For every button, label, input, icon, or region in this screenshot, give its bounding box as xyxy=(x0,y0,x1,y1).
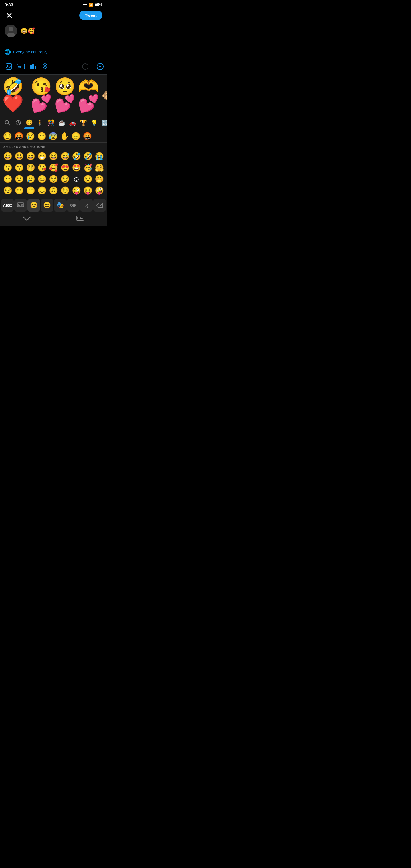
recent-emoji-5[interactable]: 😰 xyxy=(48,131,58,141)
cat-nature[interactable]: 💡 xyxy=(89,118,99,128)
emoji-sweat-smile[interactable]: 😅 xyxy=(60,151,70,162)
close-button[interactable] xyxy=(5,11,14,20)
emoji-no-mouth[interactable]: 😶 xyxy=(2,174,13,184)
emoji-heart-eyes[interactable]: 🥰 xyxy=(48,162,59,173)
emoji-kissing[interactable]: 😗 xyxy=(2,162,13,173)
recent-emoji-1[interactable]: 😏 xyxy=(2,131,12,141)
gif-keyboard-button[interactable]: GIF xyxy=(67,199,80,212)
image-button[interactable] xyxy=(3,61,14,72)
emoji-zany[interactable]: 🤪 xyxy=(94,185,105,196)
cat-trophy[interactable]: 🏆 xyxy=(78,118,89,128)
emoji-suggestion-4[interactable]: 🫶💕 xyxy=(78,78,99,112)
compose-text[interactable]: 😆🥰 xyxy=(21,25,102,36)
emoji-button[interactable]: 😊 xyxy=(27,199,40,212)
emoji-star-struck[interactable]: 😍 xyxy=(60,162,70,173)
cat-people[interactable]: 🚶 xyxy=(35,118,45,128)
cat-symbols[interactable]: 🔣 xyxy=(100,118,107,128)
cat-search[interactable] xyxy=(2,118,12,128)
wifi-icon: ▾▾ xyxy=(83,3,87,7)
reply-setting[interactable]: 🌐 Everyone can reply xyxy=(0,45,107,59)
poll-button[interactable] xyxy=(27,61,38,72)
abc-button[interactable]: ABC xyxy=(1,199,14,212)
recent-emoji-4[interactable]: 😶 xyxy=(36,131,47,141)
memoji-button[interactable]: 🎭 xyxy=(54,199,66,212)
emoji-rofl[interactable]: 🤣 xyxy=(71,151,82,162)
toolbar: GIF + xyxy=(0,59,107,74)
cat-smileys[interactable]: 😊 xyxy=(24,118,34,128)
character-counter xyxy=(82,63,89,70)
emoji-suggestion-5[interactable]: 🐵 xyxy=(102,89,107,102)
emoji-joy[interactable]: 🤣 xyxy=(83,151,93,162)
reply-setting-text: Everyone can reply xyxy=(13,50,48,54)
svg-line-14 xyxy=(8,124,10,125)
emoji-tear[interactable]: 🥲 xyxy=(25,174,36,184)
time: 3:33 xyxy=(5,2,13,7)
emoji-unamused[interactable]: 😒 xyxy=(83,174,93,184)
compose-area: 😆🥰 xyxy=(0,22,107,45)
emoji-keyboard: 😊 🚶 🎊 ☕ 🚗 🏆 💡 🔣 🚩 😏 🤬 😢 😶 😰 ✋ 😞 🤬 SMILEY… xyxy=(0,116,107,197)
recent-emoji-2[interactable]: 🤬 xyxy=(14,131,24,141)
emoji-kissing-closed-eyes[interactable]: 😚 xyxy=(25,162,36,173)
location-button[interactable] xyxy=(39,61,50,72)
emoji-shushing[interactable]: 🤭 xyxy=(94,174,105,184)
emoji-expressionless[interactable]: 😑 xyxy=(25,185,36,196)
nav-chevron-down[interactable] xyxy=(23,216,31,222)
delete-button[interactable] xyxy=(93,199,106,212)
cat-travel[interactable]: 🚗 xyxy=(67,118,77,128)
svg-text:GIF: GIF xyxy=(18,65,23,68)
emoji-partying[interactable]: 🥳 xyxy=(83,162,93,173)
emoji-blush[interactable]: 😊 xyxy=(36,174,48,184)
emoji-smiley[interactable]: 😃 xyxy=(14,151,25,162)
emoji-stuck-out-tongue[interactable]: 😝 xyxy=(83,185,93,196)
emoji-relieved[interactable]: 😌 xyxy=(48,174,59,184)
emoji-kissing-smiling[interactable]: 😙 xyxy=(14,162,25,173)
sticker-search-button[interactable] xyxy=(14,199,27,212)
emoji-upside-down[interactable]: 🙃 xyxy=(48,185,59,196)
add-tweet-button[interactable]: + xyxy=(97,63,104,70)
emoji-grin[interactable]: 😁 xyxy=(36,151,48,162)
avatar xyxy=(5,25,17,37)
emoji-neutral[interactable]: 😐 xyxy=(14,185,25,196)
emoji-kissing-heart[interactable]: 😘 xyxy=(36,162,48,173)
svg-point-13 xyxy=(5,121,8,124)
header: Tweet xyxy=(0,8,107,22)
emoji-stuck-out-tongue-wink[interactable]: 😜 xyxy=(71,185,82,196)
sticker-button[interactable]: 😄 xyxy=(40,199,53,212)
emoji-hugging[interactable]: 🤗 xyxy=(94,162,105,173)
battery: 95% xyxy=(95,3,102,7)
emoji-suggestion-1[interactable]: 🤣❤️ xyxy=(2,78,24,112)
emoji-cry[interactable]: 😭 xyxy=(94,151,105,162)
svg-point-17 xyxy=(18,204,20,206)
emoji-smile[interactable]: 😄 xyxy=(25,151,36,162)
emoji-relaxed[interactable]: ☺️ xyxy=(71,174,82,184)
status-icons: ▾▾ 📶 95% xyxy=(83,3,102,7)
cat-activities[interactable]: 🎊 xyxy=(46,118,56,128)
emoticon-button[interactable]: :-) xyxy=(80,199,93,212)
emoji-category-bar: 😊 🚶 🎊 ☕ 🚗 🏆 💡 🔣 🚩 xyxy=(0,116,107,130)
recent-emoji-7[interactable]: 😞 xyxy=(71,131,81,141)
svg-rect-20 xyxy=(76,216,84,220)
gif-button[interactable]: GIF xyxy=(15,61,26,72)
tweet-button[interactable]: Tweet xyxy=(80,10,102,20)
keyboard-bottom-bar: ABC 😊 😄 🎭 GIF :-) xyxy=(0,197,107,213)
emoji-disappointed[interactable]: 😞 xyxy=(36,185,48,196)
svg-rect-9 xyxy=(30,65,32,69)
emoji-laughing[interactable]: 😆 xyxy=(48,151,59,162)
recent-emoji-8[interactable]: 🤬 xyxy=(82,131,92,141)
cat-recent[interactable] xyxy=(13,118,23,128)
emoji-starstruck2[interactable]: 🤩 xyxy=(71,162,82,173)
emoji-smirk[interactable]: 😏 xyxy=(60,174,70,184)
emoji-suggestion-2[interactable]: 😘💕 xyxy=(31,78,52,112)
emoji-suggestion-3[interactable]: 🥺💕 xyxy=(54,78,76,112)
emoji-section-label: SMILEYS AND EMOTIONS xyxy=(0,143,107,150)
emoji-pensive[interactable]: 😔 xyxy=(2,185,13,196)
cat-objects[interactable]: ☕ xyxy=(57,118,67,128)
nav-keyboard[interactable] xyxy=(76,216,84,223)
recent-emoji-3[interactable]: 😢 xyxy=(25,131,35,141)
svg-rect-5 xyxy=(6,64,12,69)
emoji-grinning[interactable]: 😀 xyxy=(2,151,13,162)
emoji-slightly-smiling[interactable]: 🙂 xyxy=(14,174,25,184)
emoji-wink[interactable]: 😉 xyxy=(60,185,70,196)
recent-emoji-6[interactable]: ✋ xyxy=(59,131,70,141)
svg-point-12 xyxy=(44,65,46,66)
